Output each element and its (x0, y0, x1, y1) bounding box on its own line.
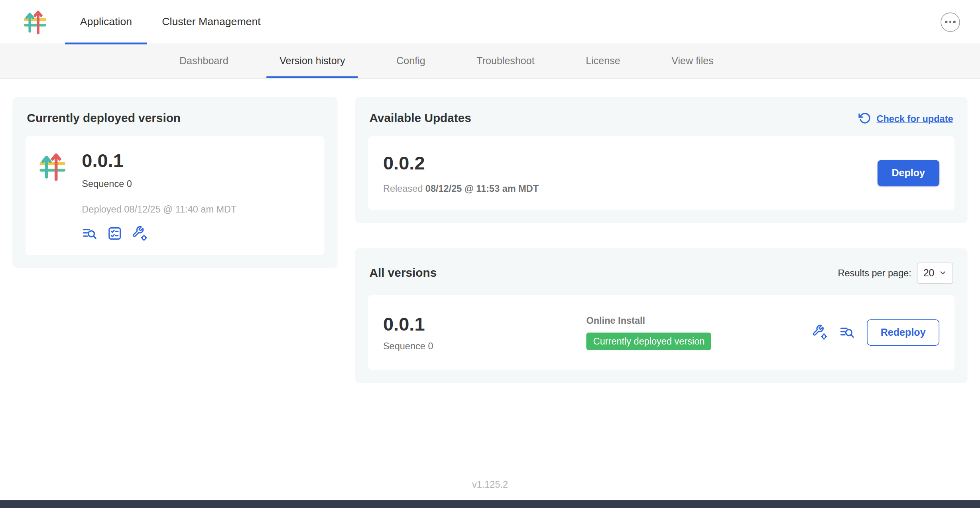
available-updates-title: Available Updates (369, 111, 471, 125)
admin-console-page: Application Cluster Management Dashboard… (0, 0, 980, 508)
ellipsis-icon (945, 21, 956, 23)
deployed-sequence-label: Sequence 0 (82, 178, 236, 189)
deploy-button[interactable]: Deploy (877, 160, 939, 186)
console-version-label: v1.125.2 (472, 478, 508, 489)
update-released-line: Released 08/12/25 @ 11:53 am MDT (383, 183, 539, 194)
row-version-info: 0.0.1 Sequence 0 (383, 313, 586, 351)
refresh-ccw-icon (858, 112, 871, 124)
right-column: Available Updates Check for update 0.0.2… (355, 97, 967, 383)
check-for-update-label: Check for update (877, 113, 953, 124)
deploy-logs-icon[interactable] (82, 225, 97, 241)
more-options-button[interactable] (941, 12, 960, 32)
row-deploy-logs-icon[interactable] (839, 325, 855, 340)
subnav-tab-troubleshoot[interactable]: Troubleshoot (463, 44, 547, 78)
row-actions: Redeploy (812, 319, 939, 346)
all-versions-title: All versions (369, 266, 437, 280)
bottom-bar (0, 500, 980, 508)
update-row: 0.0.2 Released 08/12/25 @ 11:53 am MDT D… (368, 136, 954, 210)
app-footer: v1.125.2 (0, 468, 980, 500)
all-versions-card: All versions Results per page: 20 0.0.1 … (355, 248, 967, 383)
released-date: 08/12/25 @ 11:53 am MDT (425, 183, 539, 194)
header-right (941, 0, 980, 44)
app-logo-icon (22, 0, 47, 44)
available-updates-card: Available Updates Check for update 0.0.2… (355, 97, 967, 223)
main-content: Currently deployed version 0.0.1 Sequenc… (0, 79, 980, 383)
released-prefix: Released (383, 183, 423, 194)
all-versions-header: All versions Results per page: 20 (368, 261, 954, 283)
row-status-info: Online Install Currently deployed versio… (586, 315, 711, 350)
deployed-version-number: 0.0.1 (82, 150, 236, 171)
header-tabs: Application Cluster Management (65, 0, 276, 44)
results-per-page-select[interactable]: 20 (917, 262, 953, 284)
version-row: 0.0.1 Sequence 0 Online Install Currentl… (368, 295, 954, 370)
results-per-page-value: 20 (923, 267, 935, 278)
deployed-action-icons (82, 225, 236, 241)
redeploy-button[interactable]: Redeploy (867, 319, 939, 346)
tab-application[interactable]: Application (65, 0, 147, 44)
currently-deployed-card: Currently deployed version 0.0.1 Sequenc… (12, 97, 337, 268)
row-sequence-label: Sequence 0 (383, 341, 586, 351)
tab-application-label: Application (80, 16, 132, 28)
preflight-checks-icon[interactable] (107, 225, 122, 241)
row-version-number: 0.0.1 (383, 313, 586, 335)
available-updates-header: Available Updates Check for update (368, 110, 954, 125)
update-version-number: 0.0.2 (383, 152, 539, 174)
currently-deployed-title: Currently deployed version (27, 111, 324, 125)
deployed-date-label: Deployed 08/12/25 @ 11:40 am MDT (82, 203, 236, 214)
deployed-version-logo-icon (38, 151, 67, 184)
install-type-label: Online Install (586, 315, 711, 326)
results-per-page-label: Results per page: (838, 268, 911, 278)
tab-cluster-management-label: Cluster Management (162, 16, 260, 28)
subnav-tab-version-history[interactable]: Version history (266, 44, 358, 78)
subnav-tab-dashboard[interactable]: Dashboard (166, 44, 242, 78)
update-info: 0.0.2 Released 08/12/25 @ 11:53 am MDT (383, 152, 539, 193)
tab-cluster-management[interactable]: Cluster Management (147, 0, 276, 44)
deployed-version-panel: 0.0.1 Sequence 0 Deployed 08/12/25 @ 11:… (26, 136, 324, 255)
subnav-tab-view-files[interactable]: View files (658, 44, 726, 78)
app-subnav: Dashboard Version history Config Trouble… (0, 44, 980, 79)
subnav-tab-config[interactable]: Config (383, 44, 438, 78)
deployed-version-info: 0.0.1 Sequence 0 Deployed 08/12/25 @ 11:… (82, 150, 236, 241)
edit-config-icon[interactable] (132, 225, 148, 241)
row-edit-config-icon[interactable] (812, 325, 827, 340)
results-per-page: Results per page: 20 (838, 262, 953, 284)
chevron-down-icon (939, 269, 947, 277)
check-for-update-link[interactable]: Check for update (858, 112, 953, 124)
app-header: Application Cluster Management (0, 0, 980, 44)
subnav-tab-license[interactable]: License (573, 44, 633, 78)
currently-deployed-badge: Currently deployed version (586, 333, 711, 350)
